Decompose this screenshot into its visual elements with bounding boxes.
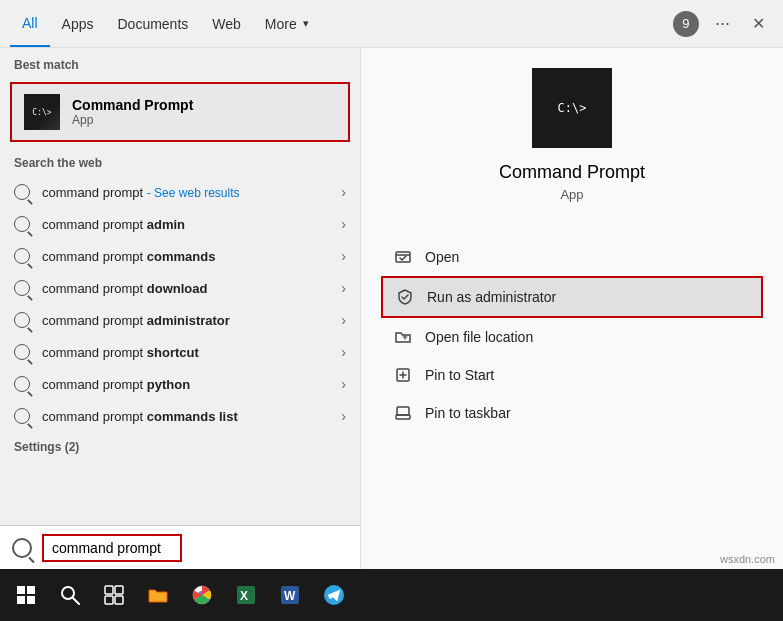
list-item[interactable]: command prompt admin › — [0, 208, 360, 240]
search-icon — [14, 312, 30, 328]
chevron-right-icon: › — [341, 344, 346, 360]
pin-to-start-action[interactable]: Pin to Start — [381, 356, 763, 394]
pin-to-taskbar-action[interactable]: Pin to taskbar — [381, 394, 763, 432]
search-icon — [14, 280, 30, 296]
chevron-right-icon: › — [341, 216, 346, 232]
result-text: command prompt shortcut — [42, 345, 199, 360]
tab-apps[interactable]: Apps — [50, 2, 106, 46]
chevron-right-icon: › — [341, 376, 346, 392]
chevron-right-icon: › — [341, 248, 346, 264]
tab-more[interactable]: More ▾ — [253, 2, 321, 46]
chevron-right-icon: › — [341, 184, 346, 200]
list-item[interactable]: command prompt - See web results › — [0, 176, 360, 208]
list-item[interactable]: command prompt administrator › — [0, 304, 360, 336]
app-detail-title: Command Prompt — [499, 162, 645, 183]
open-icon — [393, 247, 413, 267]
best-match-title: Command Prompt — [72, 97, 193, 113]
open-action[interactable]: Open — [381, 238, 763, 276]
run-as-admin-label: Run as administrator — [427, 289, 556, 305]
svg-rect-10 — [115, 586, 123, 594]
result-text: command prompt administrator — [42, 313, 230, 328]
search-input[interactable] — [42, 534, 182, 562]
file-explorer-button[interactable] — [138, 575, 178, 615]
see-web-results-link[interactable]: - See web results — [147, 186, 240, 200]
best-match-label: Best match — [0, 48, 360, 78]
svg-rect-12 — [115, 596, 123, 604]
svg-rect-4 — [17, 586, 25, 594]
shield-icon — [395, 287, 415, 307]
svg-rect-5 — [27, 586, 35, 594]
open-label: Open — [425, 249, 459, 265]
svg-rect-9 — [105, 586, 113, 594]
close-button[interactable]: ✕ — [744, 10, 773, 37]
search-icon — [14, 216, 30, 232]
pin-to-taskbar-label: Pin to taskbar — [425, 405, 511, 421]
pin-start-icon — [393, 365, 413, 385]
list-item[interactable]: command prompt download › — [0, 272, 360, 304]
pin-to-start-label: Pin to Start — [425, 367, 494, 383]
pin-taskbar-icon — [393, 403, 413, 423]
more-options-button[interactable]: ··· — [707, 9, 738, 38]
svg-rect-3 — [397, 407, 409, 415]
word-button[interactable]: W — [270, 575, 310, 615]
list-item[interactable]: command prompt shortcut › — [0, 336, 360, 368]
task-view-button[interactable] — [94, 575, 134, 615]
chevron-right-icon: › — [341, 408, 346, 424]
search-icon — [14, 408, 30, 424]
search-web-label: Search the web — [0, 146, 360, 176]
app-large-icon — [532, 68, 612, 148]
tab-all[interactable]: All — [10, 1, 50, 47]
chrome-button[interactable] — [182, 575, 222, 615]
svg-rect-6 — [17, 596, 25, 604]
settings-label: Settings (2) — [0, 432, 360, 460]
nav-tabs: All Apps Documents Web More ▾ 9 ··· ✕ — [0, 0, 783, 48]
svg-point-8 — [62, 587, 74, 599]
svg-rect-11 — [105, 596, 113, 604]
search-icon — [14, 344, 30, 360]
run-as-admin-action[interactable]: Run as administrator — [381, 276, 763, 318]
folder-icon — [393, 327, 413, 347]
search-icon — [14, 184, 30, 200]
cmd-app-icon — [24, 94, 60, 130]
svg-text:X: X — [240, 589, 248, 603]
chevron-right-icon: › — [341, 280, 346, 296]
bottom-search-icon — [12, 538, 32, 558]
open-file-location-label: Open file location — [425, 329, 533, 345]
list-item[interactable]: command prompt commands › — [0, 240, 360, 272]
taskbar: X W — [0, 569, 783, 621]
result-text: command prompt admin — [42, 217, 185, 232]
svg-rect-7 — [27, 596, 35, 604]
action-menu: Open Run as administrator — [381, 238, 763, 432]
watermark: wsxdn.com — [720, 553, 775, 565]
tab-web[interactable]: Web — [200, 2, 253, 46]
svg-rect-0 — [396, 252, 410, 262]
excel-button[interactable]: X — [226, 575, 266, 615]
start-button[interactable] — [6, 575, 46, 615]
result-count-badge: 9 — [673, 11, 699, 37]
list-item[interactable]: command prompt python › — [0, 368, 360, 400]
tab-documents[interactable]: Documents — [105, 2, 200, 46]
svg-text:W: W — [284, 589, 296, 603]
result-text: command prompt — [42, 185, 143, 200]
search-icon — [14, 376, 30, 392]
search-panel: All Apps Documents Web More ▾ 9 ··· ✕ Be… — [0, 0, 783, 621]
chevron-down-icon: ▾ — [303, 17, 309, 30]
app-detail: Command Prompt App — [381, 68, 763, 218]
result-text: command prompt commands — [42, 249, 215, 264]
telegram-button[interactable] — [314, 575, 354, 615]
open-file-location-action[interactable]: Open file location — [381, 318, 763, 356]
result-text: command prompt python — [42, 377, 190, 392]
bottom-search-bar — [0, 525, 360, 569]
right-panel: Command Prompt App Open — [360, 48, 783, 621]
app-detail-subtitle: App — [560, 187, 583, 202]
search-icon — [14, 248, 30, 264]
list-item[interactable]: command prompt commands list › — [0, 400, 360, 432]
taskbar-search-button[interactable] — [50, 575, 90, 615]
best-match-subtitle: App — [72, 113, 193, 127]
result-text: command prompt download — [42, 281, 207, 296]
chevron-right-icon: › — [341, 312, 346, 328]
result-text: command prompt commands list — [42, 409, 238, 424]
best-match-item[interactable]: Command Prompt App — [10, 82, 350, 142]
